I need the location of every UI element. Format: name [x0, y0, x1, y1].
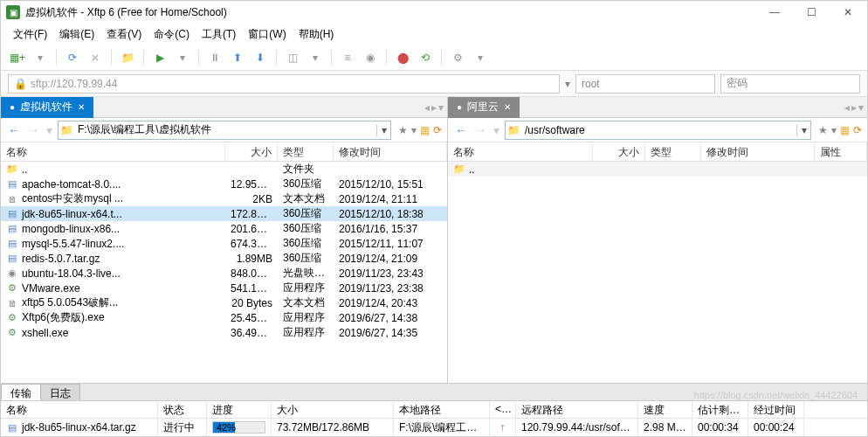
list-item[interactable]: ▤redis-5.0.7.tar.gz1.89MB360压缩2019/12/4,…	[1, 251, 447, 266]
hdr-name[interactable]: 名称	[448, 142, 593, 161]
list-item[interactable]: ⚙Xftp6(免费版).exe25.45MB应用程序2019/6/27, 14:…	[1, 310, 447, 325]
hdr-type[interactable]: 类型	[278, 142, 334, 161]
list-item[interactable]: ▤mongodb-linux-x86...201.64MB360压缩2016/1…	[1, 221, 447, 236]
newfolder-icon[interactable]: ▦	[840, 124, 850, 136]
host-input[interactable]: 🔒 sftp://120.79.99.44	[8, 74, 560, 94]
remote-list[interactable]: 📁..	[448, 162, 867, 383]
hdr-size[interactable]: 大小	[593, 142, 645, 161]
layout-icon[interactable]: ◫	[283, 48, 302, 67]
up-icon[interactable]: ▾	[45, 123, 54, 137]
list-item[interactable]: 🗎centos中安装mysql ...2KB文本文档2019/12/4, 21:…	[1, 191, 447, 206]
th-speed[interactable]: 速度	[638, 401, 692, 418]
dropdown-icon[interactable]: ▾	[31, 48, 50, 67]
bookmark-drop-icon[interactable]: ▾	[411, 124, 417, 136]
new-session-icon[interactable]: ▦+	[8, 48, 27, 67]
list-item[interactable]: ▤apache-tomcat-8.0....12.95MB360压缩2015/1…	[1, 177, 447, 191]
minimize-button[interactable]: —	[764, 4, 785, 20]
back-icon[interactable]: ←	[453, 123, 469, 137]
path-dropdown-icon[interactable]: ▾	[376, 124, 390, 136]
stop-icon[interactable]: ⬤	[393, 48, 412, 67]
list-item-up[interactable]: 📁..文件夹	[1, 162, 447, 177]
tab-log[interactable]: 日志	[40, 384, 80, 400]
fwd-icon[interactable]: →	[472, 123, 488, 137]
queue-icon[interactable]: ≡	[338, 48, 357, 67]
upload-icon[interactable]: ⬆	[228, 48, 247, 67]
newfolder-icon[interactable]: ▦	[420, 124, 430, 136]
bookmark-icon[interactable]: ★	[398, 124, 408, 136]
local-list[interactable]: 📁..文件夹▤apache-tomcat-8.0....12.95MB360压缩…	[1, 162, 447, 383]
hdr-type[interactable]: 类型	[645, 142, 701, 161]
tab-next-icon[interactable]: ▸	[431, 101, 437, 114]
bookmark-icon[interactable]: ★	[818, 124, 828, 136]
close-button[interactable]: ✕	[837, 4, 858, 20]
tab-prev-icon[interactable]: ◂	[424, 101, 430, 114]
list-item[interactable]: ▤mysql-5.5.47-linux2....674.36MB360压缩201…	[1, 236, 447, 251]
layout-drop-icon[interactable]: ▾	[306, 48, 325, 67]
list-item-up[interactable]: 📁..	[448, 162, 867, 177]
th-elapsed[interactable]: 经过时间	[748, 401, 804, 418]
lock-icon: 🔒	[14, 78, 27, 90]
remote-tab[interactable]: ● 阿里云 ✕	[448, 97, 520, 118]
user-input[interactable]: root	[575, 74, 715, 94]
hdr-name[interactable]: 名称	[1, 142, 225, 161]
refresh-icon[interactable]: ⟳	[433, 124, 442, 136]
tab-menu-icon[interactable]: ▾	[858, 101, 864, 114]
th-prog[interactable]: 进度	[207, 401, 272, 418]
th-rpath[interactable]: 远程路径	[516, 401, 638, 418]
transfer-row[interactable]: ▤jdk-8u65-linux-x64.tar.gz 进行中 42% 73.72…	[1, 419, 867, 436]
menu-help[interactable]: 帮助(H)	[293, 25, 340, 44]
up-icon[interactable]: ▾	[492, 123, 501, 137]
refresh-icon[interactable]: ⟳	[853, 124, 862, 136]
hdr-date[interactable]: 修改时间	[701, 142, 815, 161]
list-item[interactable]: ⚙xshell.exe36.49MB应用程序2019/6/27, 14:35	[1, 325, 447, 340]
remote-path-input[interactable]: 📁 /usr/software ▾	[505, 121, 811, 140]
th-lpath[interactable]: 本地路径	[394, 401, 490, 418]
menu-cmd[interactable]: 命令(C)	[148, 25, 195, 44]
tab-next-icon[interactable]: ▸	[851, 101, 857, 114]
menu-view[interactable]: 查看(V)	[101, 25, 147, 44]
password-input[interactable]: 密码	[720, 74, 860, 94]
close-tab-icon[interactable]: ✕	[504, 102, 511, 112]
bookmark-drop-icon[interactable]: ▾	[831, 124, 837, 136]
menu-tool[interactable]: 工具(T)	[196, 25, 241, 44]
local-tab[interactable]: ● 虚拟机软件 ✕	[1, 97, 93, 118]
tab-prev-icon[interactable]: ◂	[844, 101, 850, 114]
file-name: ubuntu-18.04.3-live...	[22, 267, 121, 280]
maximize-button[interactable]: ☐	[801, 4, 822, 20]
sync-icon[interactable]: ⟲	[416, 48, 435, 67]
path-dropdown-icon[interactable]: ▾	[796, 124, 810, 136]
tab-transfer[interactable]: 传输	[1, 384, 41, 400]
list-item[interactable]: ◉ubuntu-18.04.3-live...848.00MB光盘映像...20…	[1, 266, 447, 281]
host-dropdown-icon[interactable]: ▾	[565, 78, 570, 90]
local-path-input[interactable]: 📁 F:\源辰\编程工具\虚拟机软件 ▾	[58, 121, 391, 140]
settings-icon[interactable]: ⚙	[448, 48, 467, 67]
back-icon[interactable]: ←	[6, 123, 22, 137]
pause-icon[interactable]: ⏸	[205, 48, 224, 67]
settings-drop-icon[interactable]: ▾	[471, 48, 490, 67]
fwd-icon[interactable]: →	[25, 123, 41, 137]
menu-window[interactable]: 窗口(W)	[243, 25, 291, 44]
app-window: ▣ 虚拟机软件 - Xftp 6 (Free for Home/School) …	[0, 0, 868, 437]
th-status[interactable]: 状态	[158, 401, 207, 418]
hdr-date[interactable]: 修改时间	[334, 142, 447, 161]
menu-file[interactable]: 文件(F)	[8, 25, 52, 44]
th-dir[interactable]: <->	[490, 401, 516, 418]
th-name[interactable]: 名称	[1, 401, 158, 418]
hdr-attr[interactable]: 属性	[815, 142, 867, 161]
th-size[interactable]: 大小	[272, 401, 394, 418]
tab-menu-icon[interactable]: ▾	[438, 101, 444, 114]
hdr-size[interactable]: 大小	[225, 142, 278, 161]
download-icon[interactable]: ⬇	[251, 48, 270, 67]
log-icon[interactable]: ◉	[361, 48, 380, 67]
reconnect-icon[interactable]: ⟳	[63, 48, 82, 67]
close-tab-icon[interactable]: ✕	[78, 102, 85, 112]
play-icon[interactable]: ▶	[150, 48, 169, 67]
disconnect-icon[interactable]: ⤫	[86, 48, 105, 67]
list-item[interactable]: ⚙VMware.exe541.16MB应用程序2019/11/23, 23:38	[1, 281, 447, 295]
list-item[interactable]: 🗎xftp5 5.0.0543破解...20 Bytes文本文档2019/12/…	[1, 295, 447, 310]
menu-edit[interactable]: 编辑(E)	[54, 25, 100, 44]
play-drop-icon[interactable]: ▾	[173, 48, 192, 67]
th-eta[interactable]: 估计剩余...	[692, 401, 748, 418]
list-item[interactable]: ▤jdk-8u65-linux-x64.t...172.86MB360压缩201…	[1, 206, 447, 221]
open-icon[interactable]: 📁	[118, 48, 137, 67]
